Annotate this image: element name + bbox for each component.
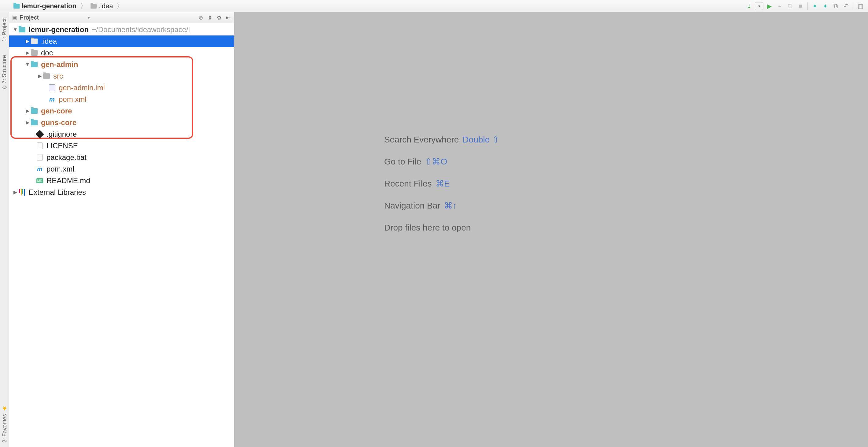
gear-icon[interactable]: ✿ (216, 14, 222, 21)
breadcrumb-child-label: .idea (98, 2, 113, 10)
file-icon (37, 142, 42, 149)
hint-recent-files: Recent Files ⌘E (384, 173, 499, 195)
tree-label: .idea (41, 35, 57, 47)
breadcrumb-child[interactable]: .idea (89, 2, 114, 11)
tree-label: doc (41, 47, 53, 59)
hint-label: Search Everywhere (384, 129, 459, 151)
star-icon: ★ (1, 405, 8, 412)
tree-item-root-pom[interactable]: m pom.xml (9, 163, 234, 175)
chevron-right-icon[interactable]: ▶ (25, 105, 31, 117)
chevron-right-icon[interactable]: ▶ (37, 70, 43, 82)
hint-label: Drop files here to open (384, 217, 471, 239)
update-project-icon[interactable]: ⇣ (744, 2, 754, 11)
tree-item-license[interactable]: LICENSE (9, 140, 234, 152)
chevron-right-icon[interactable]: ▶ (12, 187, 18, 198)
hint-shortcut: ⌘E (436, 173, 450, 195)
collapse-all-icon[interactable]: ⇕ (207, 14, 213, 21)
breadcrumb-root-label: lemur-generation (22, 2, 76, 10)
folder-icon (31, 62, 38, 67)
project-panel-title: Project (20, 14, 38, 21)
project-panel-header: ▣ Project ▼ ⊕ ⇕ ✿ ⇤ (9, 12, 234, 23)
tree-item-src[interactable]: ▶ src (9, 70, 234, 82)
tree-item-gitignore[interactable]: .gitignore (9, 128, 234, 140)
run-config-dropdown[interactable]: ▾ (755, 2, 764, 10)
tree-item-package-bat[interactable]: package.bat (9, 152, 234, 163)
hint-label: Navigation Bar (384, 195, 440, 217)
tree-label: gen-admin.iml (59, 82, 105, 94)
folder-icon (19, 27, 25, 32)
maven-icon: m (37, 163, 42, 175)
folder-icon (31, 50, 38, 56)
toolbar-right: ⇣ ▾ ▶ ⌁ ⧉ ■ ✦ ✦ ⧉ ↶ ▥ (744, 2, 865, 11)
tree-label: gen-core (41, 105, 72, 117)
chevron-down-icon[interactable]: ▼ (25, 59, 31, 70)
tool-tab-favorites-label: 2: Favorites (1, 414, 8, 443)
tree-label: guns-core (41, 117, 76, 128)
hint-label: Recent Files (384, 173, 432, 195)
vcs-branch-icon[interactable]: ✦ (820, 2, 830, 11)
hint-label: Go to File (384, 151, 421, 173)
editor-empty-area[interactable]: Search Everywhere Double ⇧ Go to File ⇧⌘… (234, 12, 868, 447)
tool-tab-structure[interactable]: ⌬ 7: Structure (0, 53, 8, 92)
folder-icon (91, 4, 97, 8)
chevron-down-icon[interactable]: ▼ (12, 24, 18, 35)
project-view-icon: ▣ (11, 15, 17, 21)
stop-icon[interactable]: ■ (796, 2, 805, 11)
locate-icon[interactable]: ⊕ (197, 14, 204, 21)
tree-item-gen-admin[interactable]: ▼ gen-admin (9, 59, 234, 70)
tree-item-idea[interactable]: ▶ .idea (9, 35, 234, 47)
chevron-right-icon: 〉 (80, 2, 88, 11)
debug-icon[interactable]: ⌁ (775, 2, 784, 11)
project-structure-icon[interactable]: ▥ (856, 2, 865, 11)
hint-shortcut: ⇧⌘O (425, 151, 447, 173)
left-gutter: 1: Project ⌬ 7: Structure 2: Favorites ★ (0, 12, 9, 447)
chevron-down-icon[interactable]: ▼ (41, 15, 91, 20)
run-icon[interactable]: ▶ (765, 2, 774, 11)
left-gutter-bottom: 2: Favorites ★ (0, 402, 9, 445)
tree-item-guns-core[interactable]: ▶ guns-core (9, 117, 234, 128)
tree-label: gen-admin (41, 59, 78, 70)
tree-label: .gitignore (46, 128, 77, 140)
hint-navigation-bar: Navigation Bar ⌘↑ (384, 195, 499, 217)
vcs-branch-icon[interactable]: ✦ (810, 2, 819, 11)
divider (807, 2, 808, 10)
tree-item-gen-core[interactable]: ▶ gen-core (9, 105, 234, 117)
diff-icon[interactable]: ⧉ (831, 2, 840, 11)
chevron-right-icon: 〉 (116, 2, 124, 11)
iml-file-icon (49, 85, 55, 91)
hint-shortcut: Double ⇧ (462, 129, 499, 151)
chevron-right-icon[interactable]: ▶ (25, 35, 31, 47)
chevron-right-icon[interactable]: ▶ (25, 117, 31, 128)
project-tool-window: ▣ Project ▼ ⊕ ⇕ ✿ ⇤ ▼ lemur-generatio (9, 12, 234, 447)
tree-item-external-libraries[interactable]: ▶ External Libraries (9, 187, 234, 198)
maven-icon: m (49, 94, 55, 105)
tool-tab-project[interactable]: 1: Project (0, 16, 8, 44)
tree-item-gen-admin-iml[interactable]: gen-admin.iml (9, 82, 234, 94)
libraries-icon (19, 189, 25, 196)
tree-label: src (53, 70, 63, 82)
tree-project-root[interactable]: ▼ lemur-generation ~/Documents/ideaworks… (9, 24, 234, 35)
hide-icon[interactable]: ⇤ (225, 14, 231, 21)
tree-root-label: lemur-generation (29, 24, 89, 35)
tool-tab-favorites[interactable]: 2: Favorites ★ (0, 402, 9, 445)
chevron-right-icon[interactable]: ▶ (25, 47, 31, 59)
breadcrumb-root[interactable]: lemur-generation (12, 2, 78, 11)
folder-icon (31, 38, 38, 44)
git-icon (35, 130, 44, 138)
markdown-icon: MD (36, 178, 43, 183)
tree-label: package.bat (46, 152, 87, 163)
coverage-icon[interactable]: ⧉ (785, 2, 795, 11)
project-tree[interactable]: ▼ lemur-generation ~/Documents/ideaworks… (9, 23, 234, 447)
tree-label: LICENSE (46, 140, 78, 152)
tree-root-path: ~/Documents/ideaworkspace/l (89, 24, 190, 35)
tree-item-readme[interactable]: MD README.md (9, 175, 234, 187)
tree-item-gen-admin-pom[interactable]: m pom.xml (9, 94, 234, 105)
tree-item-doc[interactable]: ▶ doc (9, 47, 234, 59)
undo-icon[interactable]: ↶ (841, 2, 850, 11)
folder-icon (43, 73, 50, 79)
hint-go-to-file: Go to File ⇧⌘O (384, 151, 499, 173)
file-icon (37, 154, 42, 161)
editor-hints: Search Everywhere Double ⇧ Go to File ⇧⌘… (384, 129, 499, 239)
breadcrumb: lemur-generation 〉 .idea 〉 (12, 2, 124, 11)
tool-tab-project-label: 1: Project (1, 18, 8, 41)
